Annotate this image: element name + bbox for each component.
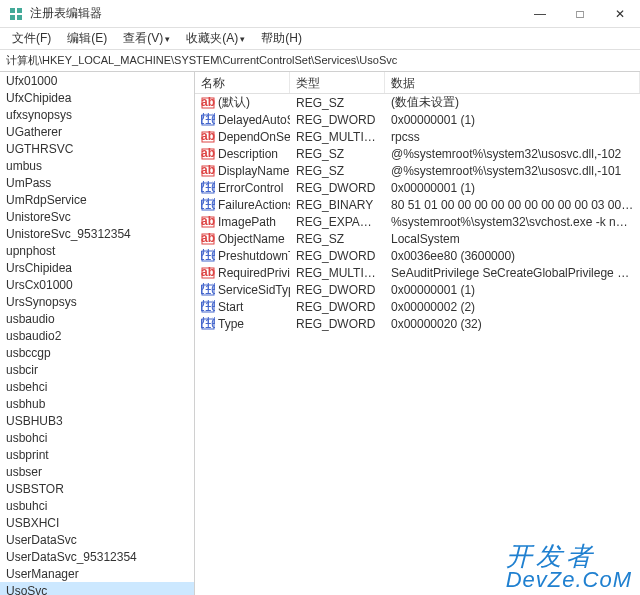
column-name[interactable]: 名称 — [195, 72, 290, 93]
tree-item-label: UGatherer — [6, 125, 62, 139]
value-name: Type — [218, 317, 244, 331]
tree-item-usbhub3[interactable]: USBHUB3 — [0, 412, 194, 429]
tree-item-label: UserManager — [6, 567, 79, 581]
value-type: REG_DWORD — [290, 300, 385, 314]
tree-item-label: usbaudio — [6, 312, 55, 326]
tree-item-usbcir[interactable]: usbcir — [0, 361, 194, 378]
tree-item-label: usbehci — [6, 380, 47, 394]
value-name: FailureActions — [218, 198, 290, 212]
value-name: ErrorControl — [218, 181, 283, 195]
svg-text:ab: ab — [201, 164, 215, 177]
tree-item-label: UrsSynopsys — [6, 295, 77, 309]
values-panel[interactable]: 名称 类型 数据 ab(默认)REG_SZ(数值未设置)011110Delaye… — [195, 72, 640, 595]
menu-help[interactable]: 帮助(H) — [253, 28, 310, 49]
string-value-icon: ab — [201, 130, 215, 144]
tree-item-ufx01000[interactable]: Ufx01000 — [0, 72, 194, 89]
svg-text:ab: ab — [201, 232, 215, 245]
menu-view[interactable]: 查看(V)▾ — [115, 28, 178, 49]
svg-rect-2 — [10, 15, 15, 20]
tree-item-label: usbprint — [6, 448, 49, 462]
value-row[interactable]: abRequiredPrivile...REG_MULTI_SZSeAuditP… — [195, 264, 640, 281]
value-row[interactable]: 011110DelayedAutoSt...REG_DWORD0x0000000… — [195, 111, 640, 128]
tree-item-label: Ufx01000 — [6, 74, 57, 88]
tree-item-userdatasvc[interactable]: UserDataSvc — [0, 531, 194, 548]
tree-item-label: usbuhci — [6, 499, 47, 513]
value-row[interactable]: abDescriptionREG_SZ@%systemroot%\system3… — [195, 145, 640, 162]
value-row[interactable]: abImagePathREG_EXPAND_SZ%systemroot%\sys… — [195, 213, 640, 230]
tree-item-label: UserDataSvc_95312354 — [6, 550, 137, 564]
column-data[interactable]: 数据 — [385, 72, 640, 93]
tree-item-usbser[interactable]: usbser — [0, 463, 194, 480]
tree-item-label: UrsCx01000 — [6, 278, 73, 292]
close-button[interactable]: ✕ — [600, 0, 640, 28]
tree-item-usbaudio2[interactable]: usbaudio2 — [0, 327, 194, 344]
svg-text:110: 110 — [201, 300, 215, 314]
value-type: REG_BINARY — [290, 198, 385, 212]
value-row[interactable]: 011110ErrorControlREG_DWORD0x00000001 (1… — [195, 179, 640, 196]
tree-item-userdatasvc_95312354[interactable]: UserDataSvc_95312354 — [0, 548, 194, 565]
minimize-button[interactable]: — — [520, 0, 560, 28]
value-data: 0x00000002 (2) — [385, 300, 640, 314]
tree-item-label: UserDataSvc — [6, 533, 77, 547]
value-type: REG_MULTI_SZ — [290, 266, 385, 280]
tree-item-usosvc[interactable]: UsoSvc — [0, 582, 194, 595]
value-row[interactable]: 011110ServiceSidTypeREG_DWORD0x00000001 … — [195, 281, 640, 298]
tree-item-unistoresvc_95312354[interactable]: UnistoreSvc_95312354 — [0, 225, 194, 242]
value-row[interactable]: 011110FailureActionsREG_BINARY80 51 01 0… — [195, 196, 640, 213]
tree-item-ufxchipidea[interactable]: UfxChipidea — [0, 89, 194, 106]
value-row[interactable]: abDependOnSer...REG_MULTI_SZrpcss — [195, 128, 640, 145]
tree-item-usbxhci[interactable]: USBXHCI — [0, 514, 194, 531]
value-name: RequiredPrivile... — [218, 266, 290, 280]
value-row[interactable]: 011110PreshutdownTi...REG_DWORD0x0036ee8… — [195, 247, 640, 264]
tree-item-urssynopsys[interactable]: UrsSynopsys — [0, 293, 194, 310]
tree-item-umpass[interactable]: UmPass — [0, 174, 194, 191]
value-name: ImagePath — [218, 215, 276, 229]
tree-item-umrdpservice[interactable]: UmRdpService — [0, 191, 194, 208]
address-bar[interactable]: 计算机\HKEY_LOCAL_MACHINE\SYSTEM\CurrentCon… — [0, 50, 640, 72]
value-data: 0x00000001 (1) — [385, 283, 640, 297]
value-row[interactable]: abDisplayNameREG_SZ@%systemroot%\system3… — [195, 162, 640, 179]
value-data: 0x00000001 (1) — [385, 181, 640, 195]
svg-text:ab: ab — [201, 147, 215, 160]
menu-favorites[interactable]: 收藏夹(A)▾ — [178, 28, 253, 49]
tree-item-unistoresvc[interactable]: UnistoreSvc — [0, 208, 194, 225]
tree-item-ugthrsvc[interactable]: UGTHRSVC — [0, 140, 194, 157]
tree-item-usbuhci[interactable]: usbuhci — [0, 497, 194, 514]
tree-item-umbus[interactable]: umbus — [0, 157, 194, 174]
address-path: 计算机\HKEY_LOCAL_MACHINE\SYSTEM\CurrentCon… — [6, 53, 397, 68]
window-title: 注册表编辑器 — [30, 5, 520, 22]
tree-item-urscx01000[interactable]: UrsCx01000 — [0, 276, 194, 293]
value-row[interactable]: abObjectNameREG_SZLocalSystem — [195, 230, 640, 247]
value-row[interactable]: 011110StartREG_DWORD0x00000002 (2) — [195, 298, 640, 315]
tree-panel[interactable]: Ufx01000UfxChipideaufxsynopsysUGathererU… — [0, 72, 195, 595]
tree-item-usbehci[interactable]: usbehci — [0, 378, 194, 395]
value-name: ObjectName — [218, 232, 285, 246]
value-type: REG_DWORD — [290, 283, 385, 297]
svg-text:110: 110 — [201, 198, 215, 212]
tree-item-urschipidea[interactable]: UrsChipidea — [0, 259, 194, 276]
tree-item-ugatherer[interactable]: UGatherer — [0, 123, 194, 140]
tree-item-usbccgp[interactable]: usbccgp — [0, 344, 194, 361]
menu-edit[interactable]: 编辑(E) — [59, 28, 115, 49]
value-type: REG_DWORD — [290, 317, 385, 331]
maximize-button[interactable]: □ — [560, 0, 600, 28]
tree-item-usbohci[interactable]: usbohci — [0, 429, 194, 446]
tree-item-usbhub[interactable]: usbhub — [0, 395, 194, 412]
binary-value-icon: 011110 — [201, 249, 215, 263]
tree-item-usbprint[interactable]: usbprint — [0, 446, 194, 463]
svg-rect-0 — [10, 8, 15, 13]
value-row[interactable]: ab(默认)REG_SZ(数值未设置) — [195, 94, 640, 111]
value-data: 0x00000020 (32) — [385, 317, 640, 331]
column-type[interactable]: 类型 — [290, 72, 385, 93]
value-name: ServiceSidType — [218, 283, 290, 297]
app-icon — [8, 6, 24, 22]
tree-item-usbstor[interactable]: USBSTOR — [0, 480, 194, 497]
menu-file[interactable]: 文件(F) — [4, 28, 59, 49]
value-row[interactable]: 011110TypeREG_DWORD0x00000020 (32) — [195, 315, 640, 332]
tree-item-ufxsynopsys[interactable]: ufxsynopsys — [0, 106, 194, 123]
tree-item-usermanager[interactable]: UserManager — [0, 565, 194, 582]
value-type: REG_MULTI_SZ — [290, 130, 385, 144]
svg-rect-3 — [17, 15, 22, 20]
tree-item-usbaudio[interactable]: usbaudio — [0, 310, 194, 327]
tree-item-upnphost[interactable]: upnphost — [0, 242, 194, 259]
